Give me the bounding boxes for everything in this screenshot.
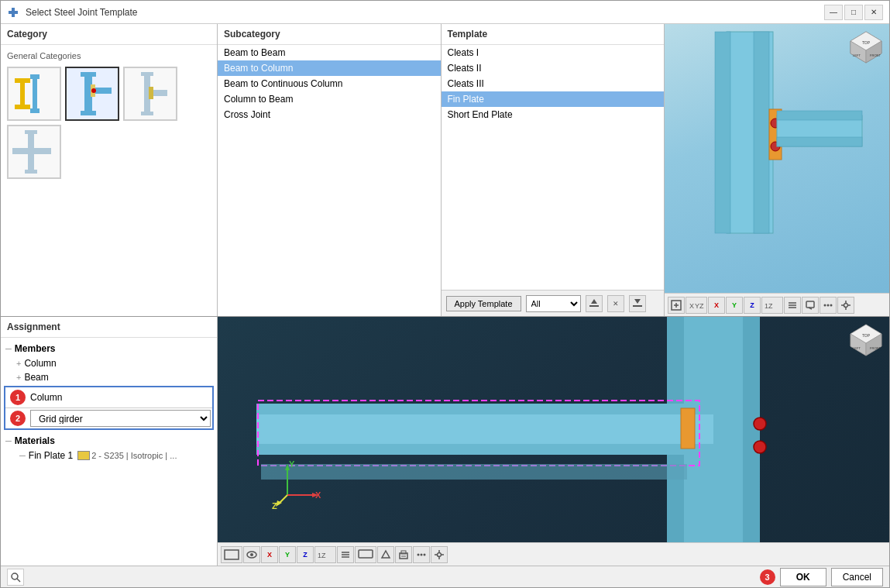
subcategory-item-beam-to-continuous[interactable]: Beam to Continuous Column — [218, 76, 441, 91]
general-categories-label: General Categories — [7, 51, 211, 60]
template-item-fin-plate[interactable]: Fin Plate — [442, 91, 665, 107]
svg-rect-18 — [149, 87, 153, 99]
apply-template-bar: Apply Template All Custom Standard ✕ — [442, 290, 665, 316]
svg-rect-5 — [33, 74, 37, 113]
fin-plate-expand-icon[interactable]: ─ — [19, 451, 26, 460]
template-item-cleats-2[interactable]: Cleats II — [442, 60, 665, 76]
svg-rect-42 — [777, 111, 862, 120]
members-section: ─ Members — [1, 341, 217, 356]
cancel-button[interactable]: Cancel — [831, 568, 883, 586]
svg-point-93 — [250, 553, 253, 556]
svg-rect-74 — [256, 410, 713, 449]
minimize-button[interactable]: — — [824, 5, 843, 20]
top-toolbar-display[interactable] — [802, 297, 819, 314]
top-toolbar-y[interactable]: Y — [726, 297, 743, 314]
bottom-toolbar-x[interactable]: X — [261, 546, 278, 563]
top-toolbar-fit[interactable] — [668, 297, 685, 314]
svg-rect-15 — [141, 72, 153, 76]
maximize-button[interactable]: □ — [844, 5, 863, 20]
template-import-button[interactable] — [586, 295, 603, 312]
status-bar: 3 OK Cancel — [1, 566, 889, 587]
bottom-toolbar-fit[interactable] — [221, 546, 242, 563]
bottom-toolbar-display2[interactable] — [355, 546, 376, 563]
fin-plate-material-item: ─ Fin Plate 1 2 - S235 | Isotropic | ... — [1, 449, 217, 462]
top-toolbar-z[interactable]: Z — [744, 297, 761, 314]
bottom-toolbar-iso[interactable]: 1Z — [314, 546, 336, 563]
materials-label: Materials — [15, 435, 55, 446]
svg-rect-16 — [141, 112, 153, 115]
apply-template-button[interactable]: Apply Template — [446, 296, 521, 311]
category-item-3[interactable] — [123, 67, 177, 121]
subcategory-item-cross-joint[interactable]: Cross Joint — [218, 107, 441, 122]
top-toolbar-more[interactable] — [820, 297, 837, 314]
beam-dropdown-select[interactable]: Grid girder Beam Purlin — [30, 410, 211, 427]
top-toolbar-settings[interactable] — [837, 297, 854, 314]
category-item-4[interactable] — [7, 125, 61, 179]
template-header: Template — [442, 24, 665, 45]
svg-rect-1 — [12, 8, 15, 17]
template-delete-button[interactable]: ✕ — [607, 295, 624, 312]
materials-expand-icon[interactable]: ─ — [5, 436, 12, 445]
top-3d-viewport: TOP LEFT FRONT — [665, 24, 889, 293]
svg-rect-4 — [20, 83, 25, 105]
search-button[interactable] — [7, 569, 24, 586]
subcategory-item-beam-to-column[interactable]: Beam to Column — [218, 60, 441, 76]
column-expand-icon[interactable]: + — [16, 359, 21, 368]
template-item-cleats-3[interactable]: Cleats III — [442, 76, 665, 91]
bottom-toolbar-z[interactable]: Z — [297, 546, 314, 563]
bottom-toolbar-more1[interactable] — [377, 546, 394, 563]
svg-point-79 — [754, 441, 766, 453]
bottom-toolbar-print[interactable] — [395, 546, 412, 563]
svg-point-105 — [424, 553, 426, 555]
top-toolbar-isoview[interactable]: 1Z — [761, 297, 783, 314]
beam-expand-icon[interactable]: + — [16, 373, 21, 382]
subcategory-item-column-to-beam[interactable]: Column to Beam — [218, 91, 441, 107]
top-toolbar-x[interactable]: X — [708, 297, 725, 314]
subcategory-panel: Subcategory Beam to Beam Beam to Column … — [218, 24, 442, 316]
svg-rect-43 — [777, 137, 862, 146]
bottom-toolbar-y[interactable]: Y — [279, 546, 296, 563]
fin-plate-material-text: 2 - S235 | Isotropic | ... — [91, 451, 177, 460]
template-item-short-end-plate[interactable]: Short End Plate — [442, 107, 665, 122]
svg-rect-23 — [34, 148, 51, 154]
ok-button[interactable]: OK — [780, 568, 826, 586]
svg-marker-99 — [382, 551, 390, 558]
category-item-2[interactable] — [65, 67, 119, 121]
svg-point-59 — [844, 303, 848, 307]
svg-rect-7 — [30, 108, 40, 113]
bottom-toolbar-eye[interactable] — [243, 546, 260, 563]
svg-point-103 — [418, 553, 420, 555]
svg-rect-76 — [256, 444, 713, 455]
svg-point-111 — [12, 573, 18, 579]
main-window: Select Steel Joint Template — □ ✕ Catego… — [0, 0, 890, 588]
subcategory-item-beam-to-beam[interactable]: Beam to Beam — [218, 45, 441, 60]
svg-point-104 — [421, 553, 423, 555]
template-export-button[interactable] — [629, 295, 646, 312]
svg-point-57 — [827, 304, 830, 306]
dropdown-column-label: Column — [30, 392, 62, 403]
top-preview-toolbar: XYZ X Y Z 1Z — [665, 293, 889, 316]
svg-line-112 — [17, 579, 20, 582]
members-expand-icon[interactable]: ─ — [5, 344, 12, 353]
top-toolbar-layers[interactable] — [784, 297, 801, 314]
bottom-toolbar-more2[interactable] — [413, 546, 430, 563]
close-button[interactable]: ✕ — [864, 5, 883, 20]
svg-rect-24 — [589, 305, 599, 307]
svg-rect-21 — [25, 170, 37, 174]
top-preview-panel: TOP LEFT FRONT — [665, 24, 889, 316]
category-item-1[interactable] — [7, 67, 61, 121]
svg-marker-25 — [591, 299, 597, 304]
template-filter-select[interactable]: All Custom Standard — [526, 295, 581, 312]
badge-1: 1 — [10, 390, 26, 405]
bottom-toolbar-layers[interactable] — [337, 546, 354, 563]
top-toolbar-view-iso[interactable]: XYZ — [686, 297, 707, 314]
bottom-toolbar-settings[interactable] — [431, 546, 448, 563]
svg-rect-3 — [15, 105, 30, 109]
svg-rect-6 — [30, 74, 40, 79]
window-controls: — □ ✕ — [824, 5, 883, 20]
category-panel: Category General Categories — [1, 24, 218, 316]
dropdown-column-header: 1 Column — [5, 387, 212, 408]
column-label: Column — [24, 358, 56, 369]
svg-point-13 — [91, 88, 96, 93]
template-item-cleats-1[interactable]: Cleats I — [442, 45, 665, 60]
